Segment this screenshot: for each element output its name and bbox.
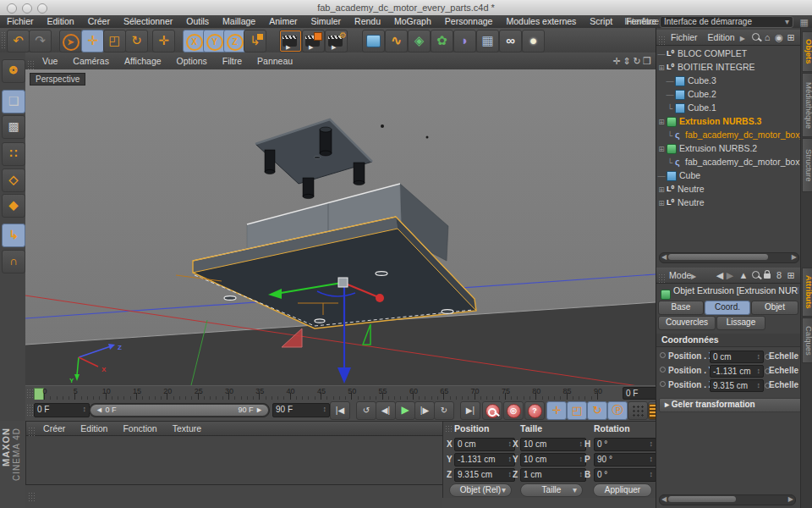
expander-icon[interactable]: ⊞ [656, 142, 667, 155]
tree-row-motor-box-spline-ba[interactable]: └ςfab_academy_dc_motor_box_ba [656, 128, 809, 141]
key-pla-toggle[interactable] [628, 401, 648, 420]
render-view-button[interactable] [279, 30, 302, 52]
side-tab-attributs[interactable]: Attributs [802, 268, 812, 317]
camera-view-label[interactable]: Perspective [30, 73, 85, 86]
expander-icon[interactable]: ⊞ [656, 183, 667, 196]
ruler-drag-handle[interactable] [26, 389, 33, 398]
preview-range-slider[interactable]: ◄ 0 F90 F ► [89, 403, 270, 417]
menu-personnage[interactable]: Personnage [438, 15, 500, 28]
menu-selectionner[interactable]: Sélectionner [117, 15, 179, 28]
viewport-menu-affichage[interactable]: Affichage [117, 52, 169, 69]
key-scale-toggle[interactable]: ◰ [567, 401, 587, 420]
viewport-menu-panneau[interactable]: Panneau [250, 52, 300, 69]
attr-pos-x-field[interactable]: 0 cm↕ [710, 351, 764, 363]
tab-couvercles[interactable]: Couvercles [658, 316, 716, 330]
menu-fichier[interactable]: Fichier [0, 15, 41, 28]
make-editable-button[interactable]: ❂ [2, 59, 25, 83]
viewport-3d-scene[interactable]: Y Z X [25, 69, 656, 385]
scrollbar-thumb[interactable] [668, 496, 736, 502]
add-cube-button[interactable] [362, 30, 385, 52]
menu-maillage[interactable]: Maillage [216, 15, 262, 28]
tab-base[interactable]: Base [658, 301, 704, 315]
side-tab-objets[interactable]: Objets [802, 31, 812, 72]
menu-simuler[interactable]: Simuler [304, 15, 348, 28]
menu-script[interactable]: Script [583, 15, 619, 28]
window-layout-icon[interactable]: ▦ [800, 16, 809, 29]
snap-mode-button[interactable]: ∩ [2, 250, 25, 273]
range-end-handle[interactable]: 90 F ► [239, 405, 263, 416]
view-rotate-icon[interactable]: ↻ [633, 52, 643, 69]
redo-button[interactable]: ↷ [29, 30, 52, 52]
size-y-field[interactable]: 10 cm↕ [520, 453, 586, 467]
add-spline-button[interactable]: ∿ [385, 30, 408, 52]
transport-drag-handle[interactable] [26, 404, 33, 417]
search-icon[interactable] [749, 30, 761, 45]
keyframe-dot-icon[interactable] [660, 352, 666, 358]
size-z-field[interactable]: 1 cm↕ [520, 468, 586, 482]
status-drag-handle[interactable] [28, 492, 35, 502]
viewport-menu-filtre[interactable]: Filtre [215, 52, 250, 69]
ruler-tick-strip[interactable]: 051015202530354045505560657075808590 [34, 386, 617, 400]
add-nurbs-button[interactable]: ◈ [408, 30, 431, 52]
record-keyframe-button[interactable] [482, 401, 502, 420]
key-parameter-toggle[interactable]: Ⓟ [607, 401, 628, 420]
forward-icon[interactable]: ▶ [724, 268, 736, 283]
attribute-menu-mode[interactable]: Mode [666, 268, 691, 283]
side-tab-mediatheque[interactable]: Médiathèque [802, 73, 812, 137]
coordinates-section-header[interactable]: Coordonnées [656, 334, 805, 347]
tree-row-extrusion-nurbs2[interactable]: ⊞Extrusion NURBS.2 [656, 141, 800, 155]
home-icon[interactable]: ⌂ [761, 30, 773, 45]
scroll-right-icon[interactable]: ▶ [792, 252, 797, 262]
object-menu-edition[interactable]: Edition [703, 30, 740, 45]
add-deformer-button[interactable]: ◗ [453, 30, 476, 52]
stepper-icon[interactable]: ↕ [323, 404, 327, 415]
tree-row-neutre-1[interactable]: ⊞L⁰Neutre [656, 182, 800, 196]
menu-outils[interactable]: Outils [179, 15, 216, 28]
rot-p-field[interactable]: 90 °↕ [594, 453, 656, 467]
chain-link-icon[interactable]: 8 [773, 268, 785, 283]
search-icon[interactable] [749, 268, 761, 283]
menu-edition[interactable]: Edition [41, 15, 81, 28]
pos-y-field[interactable]: -1.131 cm↕ [454, 453, 515, 467]
texture-mode-button[interactable]: ▩ [2, 115, 25, 139]
size-x-field[interactable]: 10 cm↕ [520, 438, 586, 451]
current-frame-field[interactable]: 0 F↕ [34, 403, 90, 417]
titlebar[interactable]: fab_academy_dc_motor_every_parts.c4d * [0, 0, 812, 16]
attribute-manager-hscrollbar[interactable]: ◀ ▶ [659, 494, 796, 505]
scale-tool-button[interactable]: ◰ [103, 30, 126, 52]
up-arrow-icon[interactable]: ▲ [738, 268, 749, 283]
attr-pos-z-field[interactable]: 9.315 cm↕ [710, 379, 764, 392]
menu-modules-externes[interactable]: Modules externes [499, 15, 583, 28]
undo-button[interactable]: ↶ [7, 30, 30, 52]
keyframe-dot-icon[interactable] [660, 367, 666, 373]
range-start-handle[interactable]: ◄ 0 F [96, 405, 116, 416]
material-menu-edition[interactable]: Edition [73, 422, 115, 435]
pos-z-field[interactable]: 9.315 cm↕ [454, 468, 515, 482]
rotate-tool-button[interactable]: ↻ [125, 30, 148, 52]
axis-mode-button[interactable]: ↳ [2, 224, 25, 247]
gizmo-center-handle[interactable] [338, 278, 348, 287]
menu-animer[interactable]: Animer [262, 15, 304, 28]
tree-row-neutre-2[interactable]: ⊞L⁰Neutre [656, 196, 800, 209]
lock-z-axis-button[interactable]: Z [223, 30, 246, 52]
object-manager-drag-handle[interactable] [658, 36, 665, 46]
viewport-menu-options[interactable]: Options [169, 52, 215, 69]
expander-icon[interactable]: ⊞ [656, 115, 667, 128]
pos-x-field[interactable]: 0 cm↕ [454, 438, 515, 451]
tree-row-cube1[interactable]: └Cube.1 [656, 101, 809, 114]
scroll-left-icon[interactable]: ◀ [661, 494, 667, 504]
edges-mode-button[interactable]: ◇ [2, 168, 25, 192]
tree-row-boitier-integre[interactable]: ⊞L⁰BOITIER INTEGRE [656, 60, 800, 74]
previous-key-button[interactable]: ↺ [356, 401, 376, 420]
viewport-menu-cameras[interactable]: Caméras [65, 52, 117, 69]
tree-row-motor-box-spline[interactable]: └ςfab_academy_dc_motor_box [656, 155, 809, 168]
tab-coord[interactable]: Coord. [705, 301, 750, 315]
scrollbar-thumb[interactable] [668, 254, 768, 260]
coords-size-dropdown[interactable]: Taille▾ [520, 483, 583, 497]
add-object-icon[interactable]: ⊞ [785, 30, 797, 45]
tree-row-cube2[interactable]: —Cube.2 [656, 87, 809, 101]
side-tab-calques[interactable]: Calques [802, 318, 812, 363]
tree-row-extrusion-nurbs3[interactable]: ⊞Extrusion NURBS.3 [656, 114, 800, 128]
keyframe-dot-icon[interactable] [660, 381, 666, 387]
menu-rendu[interactable]: Rendu [348, 15, 387, 28]
